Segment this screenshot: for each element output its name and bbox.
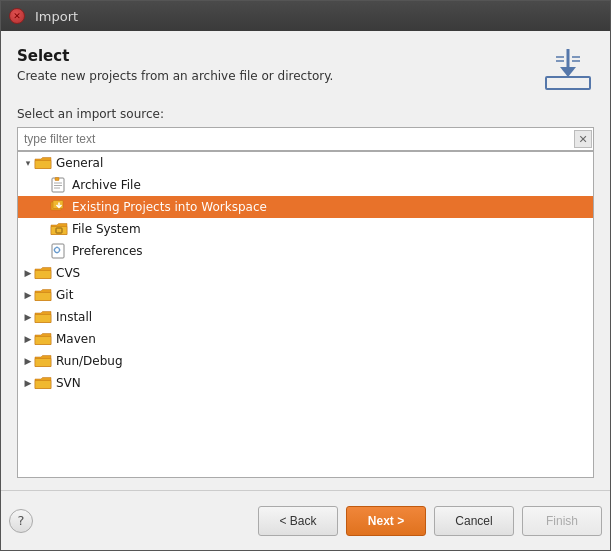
button-bar-right: < Back Next > Cancel Finish xyxy=(258,506,602,536)
tree-label-install: Install xyxy=(56,310,92,324)
clear-icon: ✕ xyxy=(578,133,587,146)
next-button[interactable]: Next > xyxy=(346,506,426,536)
tree-arrow-general: ▾ xyxy=(22,158,34,168)
back-button[interactable]: < Back xyxy=(258,506,338,536)
tree-item-general[interactable]: ▾ General xyxy=(18,152,593,174)
close-icon: ✕ xyxy=(13,11,21,21)
close-button[interactable]: ✕ xyxy=(9,8,25,24)
tree-icon-install xyxy=(34,310,52,324)
tree-item-git[interactable]: ▶ Git xyxy=(18,284,593,306)
tree-wrapper: ▾ General Archive File Existing Projects… xyxy=(17,151,594,478)
help-icon: ? xyxy=(18,513,25,528)
tree-icon-file-system xyxy=(50,222,68,236)
tree-icon-maven xyxy=(34,332,52,346)
svg-rect-0 xyxy=(546,77,590,89)
tree-icon-existing-projects xyxy=(50,200,68,214)
main-content: Select Create new projects from an archi… xyxy=(1,31,610,478)
tree-arrow-svn: ▶ xyxy=(22,378,34,388)
svg-rect-16 xyxy=(52,244,64,258)
tree-item-cvs[interactable]: ▶ CVS xyxy=(18,262,593,284)
tree-label-general: General xyxy=(56,156,103,170)
titlebar: ✕ Import xyxy=(1,1,610,31)
tree-arrow-run-debug: ▶ xyxy=(22,356,34,366)
tree-label-preferences: Preferences xyxy=(72,244,143,258)
window-title: Import xyxy=(35,9,78,24)
tree-icon-cvs xyxy=(34,266,52,280)
svg-marker-2 xyxy=(560,67,576,77)
tree-arrow-install: ▶ xyxy=(22,312,34,322)
header-subtitle: Create new projects from an archive file… xyxy=(17,69,333,83)
tree-container[interactable]: ▾ General Archive File Existing Projects… xyxy=(17,151,594,478)
button-bar-left: ? xyxy=(9,509,33,533)
header-title: Select xyxy=(17,47,333,65)
tree-label-git: Git xyxy=(56,288,73,302)
cancel-button[interactable]: Cancel xyxy=(434,506,514,536)
button-bar: ? < Back Next > Cancel Finish xyxy=(1,490,610,550)
header-text: Select Create new projects from an archi… xyxy=(17,47,333,83)
tree-item-file-system[interactable]: File System xyxy=(18,218,593,240)
finish-button[interactable]: Finish xyxy=(522,506,602,536)
filter-container: ✕ xyxy=(17,127,594,151)
import-dialog: ✕ Import Select Create new projects from… xyxy=(0,0,611,551)
tree-item-install[interactable]: ▶ Install xyxy=(18,306,593,328)
tree-label-existing-projects: Existing Projects into Workspace xyxy=(72,200,267,214)
tree-arrow-maven: ▶ xyxy=(22,334,34,344)
tree-item-preferences[interactable]: Preferences xyxy=(18,240,593,262)
tree-label-maven: Maven xyxy=(56,332,96,346)
tree-arrow-cvs: ▶ xyxy=(22,268,34,278)
import-icon xyxy=(542,43,594,95)
tree-item-maven[interactable]: ▶ Maven xyxy=(18,328,593,350)
filter-input[interactable] xyxy=(17,127,594,151)
help-button[interactable]: ? xyxy=(9,509,33,533)
tree-icon-git xyxy=(34,288,52,302)
tree-label-file-system: File System xyxy=(72,222,141,236)
tree-label-archive-file: Archive File xyxy=(72,178,141,192)
svg-rect-8 xyxy=(55,178,59,181)
tree-icon-general xyxy=(34,156,52,170)
tree-arrow-git: ▶ xyxy=(22,290,34,300)
filter-clear-button[interactable]: ✕ xyxy=(574,130,592,148)
tree-label-cvs: CVS xyxy=(56,266,80,280)
tree-label-svn: SVN xyxy=(56,376,81,390)
tree-icon-archive-file xyxy=(50,178,68,192)
tree-item-archive-file[interactable]: Archive File xyxy=(18,174,593,196)
tree-item-existing-projects[interactable]: Existing Projects into Workspace xyxy=(18,196,593,218)
header: Select Create new projects from an archi… xyxy=(17,47,594,95)
tree-item-run-debug[interactable]: ▶ Run/Debug xyxy=(18,350,593,372)
tree-item-svn[interactable]: ▶ SVN xyxy=(18,372,593,394)
tree-label-run-debug: Run/Debug xyxy=(56,354,123,368)
tree-icon-preferences xyxy=(50,244,68,258)
tree-icon-run-debug xyxy=(34,354,52,368)
tree-icon-svn xyxy=(34,376,52,390)
section-label: Select an import source: xyxy=(17,107,594,121)
